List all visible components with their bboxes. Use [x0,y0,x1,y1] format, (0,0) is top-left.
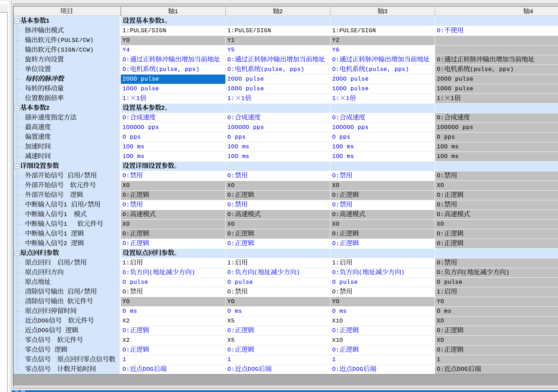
svg-text:O:: O: [332,57,339,63]
svg-text:(: ( [463,269,467,276]
svg-text:O:: O: [123,211,130,218]
svg-text:XO: XO [437,337,444,344]
svg-text:1:: 1: [332,95,339,102]
svg-text:O:: O: [437,115,444,121]
svg-text:O:: O: [123,231,130,237]
svg-text:O:: O: [228,173,235,179]
svg-text:1:PULSE/SIGN: 1:PULSE/SIGN [228,28,271,34]
svg-text:1OO ms: 1OO ms [332,153,354,160]
svg-text:Y4: Y4 [123,47,130,53]
svg-text:1: 1 [64,202,71,208]
svg-text:1: 1 [346,95,349,102]
svg-text:O:: O: [332,211,339,218]
svg-text:O:: O: [123,347,130,353]
svg-text:O:: O: [332,115,339,121]
svg-text:O:: O: [437,202,444,208]
svg-text:(: ( [359,269,362,276]
svg-text:1OOOOO pps: 1OOOOO pps [437,124,473,131]
svg-text:O:: O: [437,231,444,237]
svg-text:O:: O: [228,66,235,73]
svg-text:1OO ms: 1OO ms [332,144,354,150]
svg-text:(PULSE/CW): (PULSE/CW) [57,37,94,44]
svg-text:YO: YO [437,298,444,305]
svg-text:O pulse: O pulse [228,279,253,286]
svg-text:O:: O: [228,328,235,334]
svg-text:Y1: Y1 [228,37,235,44]
svg-text:1: 1 [136,95,140,102]
svg-text:2: 2 [64,240,71,247]
svg-text:O:: O: [123,328,130,334]
svg-text:O:: O: [332,202,339,208]
svg-text:O:: O: [228,347,235,353]
svg-text:XO: XO [437,182,444,189]
svg-text:1: 1 [228,357,231,363]
svg-text:O:: O: [228,231,235,237]
svg-text:XO: XO [123,221,130,228]
svg-text:2OOO pulse: 2OOO pulse [123,76,159,82]
svg-text:1:: 1: [123,260,130,266]
svg-text:1: 1 [46,18,49,24]
svg-text:(pulse, pps): (pulse, pps) [261,66,304,73]
svg-text:O:: O: [332,240,339,247]
svg-text:1:: 1: [228,95,235,102]
svg-text:O:: O: [123,202,130,208]
svg-text:O ms: O ms [228,308,242,315]
svg-text:O:: O: [437,173,444,179]
svg-text:1:PULSE/SIGN: 1:PULSE/SIGN [123,28,166,34]
svg-text:XO: XO [123,182,130,189]
svg-text:(: ( [149,269,153,276]
svg-text:/: / [70,260,74,266]
svg-text:/: / [84,202,87,208]
svg-text:XO: XO [332,182,339,189]
svg-text:): ) [401,269,405,276]
svg-text:O:: O: [332,347,339,353]
svg-text:(pulse, pps): (pulse, pps) [365,66,409,73]
svg-text:1:: 1: [123,95,130,102]
svg-text:O pulse: O pulse [332,279,358,286]
svg-text:O:: O: [437,240,444,247]
svg-text:O pulse: O pulse [437,279,462,286]
svg-text:O:: O: [123,66,130,73]
svg-text:2OOO pulse: 2OOO pulse [332,76,369,82]
svg-text:O:: O: [332,66,339,73]
svg-text:O:: O: [332,366,339,373]
svg-text:O:: O: [123,173,130,179]
svg-text:X1O: X1O [332,337,343,344]
svg-text:DOG: DOG [38,318,49,324]
svg-text:Y5: Y5 [228,47,235,53]
svg-text:XO: XO [332,221,339,228]
svg-text:2: 2 [46,105,49,111]
svg-text:O:: O: [123,57,130,63]
svg-text:DOG: DOG [352,366,363,373]
svg-text:1OOO pulse: 1OOO pulse [332,86,369,92]
svg-text:O ms: O ms [332,308,347,315]
svg-text:O:: O: [332,173,339,179]
svg-text:Y6: Y6 [332,47,339,53]
svg-text:1OOOOO pps: 1OOOOO pps [332,124,369,131]
svg-text:O:: O: [123,115,130,121]
svg-text:O:: O: [228,240,235,247]
svg-text:O:: O: [437,66,444,73]
svg-text:O pps: O pps [437,134,455,140]
svg-text:YO: YO [123,298,130,305]
svg-text:O:: O: [228,211,235,218]
svg-text:3: 3 [384,9,387,15]
svg-text:O:: O: [332,328,339,334]
svg-text:1OO ms: 1OO ms [228,153,249,160]
svg-text:1OO ms: 1OO ms [437,144,459,150]
svg-text:O:: O: [332,231,339,237]
svg-text:O:: O: [228,115,235,121]
svg-text:(pulse, pps): (pulse, pps) [156,66,199,73]
svg-text:1: 1 [64,221,67,228]
svg-text:1OO ms: 1OO ms [228,144,249,150]
svg-text:O pps: O pps [332,134,350,140]
svg-text:1:: 1: [228,260,235,266]
svg-text:O pulse: O pulse [123,279,148,286]
svg-text:O pps: O pps [228,134,246,140]
svg-text:O:: O: [228,57,235,63]
svg-text:1: 1 [64,231,71,237]
svg-text:): ) [296,269,300,276]
svg-text:2OOO pulse: 2OOO pulse [437,76,473,82]
svg-text:1: 1 [241,95,245,102]
svg-text:4: 4 [530,9,533,15]
